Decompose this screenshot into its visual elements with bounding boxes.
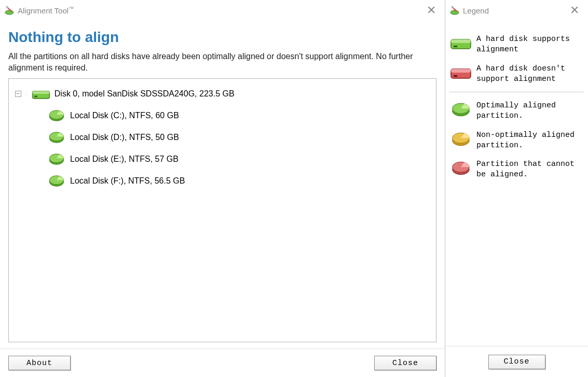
legend-text: A hard disk supports alignment — [476, 33, 584, 55]
collapse-icon[interactable]: − — [15, 91, 21, 97]
legend-window: Legend ✕ A hard disk supports alignment — [445, 0, 588, 377]
page-description: All the partitions on all hard disks hav… — [8, 51, 436, 73]
page-heading: Nothing to align — [8, 29, 436, 46]
close-icon[interactable]: ✕ — [422, 4, 441, 17]
legend-item: Non-optimally aligned partition. — [449, 129, 584, 151]
partition-label: Local Disk (F:), NTFS, 56.5 GB — [70, 176, 185, 186]
main-button-bar: About Close — [0, 348, 445, 377]
svg-rect-17 — [451, 69, 471, 73]
legend-text: A hard disk doesn't support alignment — [476, 63, 584, 85]
alignment-tool-window: Alignment Tool™ ✕ Nothing to align All t… — [0, 0, 445, 377]
app-icon — [449, 5, 460, 16]
partition-row[interactable]: Local Disk (E:), NTFS, 57 GB — [12, 148, 433, 170]
partition-row[interactable]: Local Disk (C:), NTFS, 60 GB — [12, 105, 433, 127]
close-button[interactable]: Close — [374, 356, 436, 370]
disk-green-icon — [449, 33, 472, 53]
svg-point-0 — [5, 10, 13, 15]
partition-label: Local Disk (D:), NTFS, 50 GB — [70, 133, 179, 142]
partition-gold-icon — [449, 129, 472, 149]
partition-red-icon — [449, 158, 472, 178]
disk-row[interactable]: − · Disk 0, model SanDisk SDSSDA240G, 22… — [12, 83, 433, 105]
partition-icon — [47, 107, 66, 124]
main-titlebar: Alignment Tool™ ✕ — [0, 0, 445, 21]
disk-tree: − · Disk 0, model SanDisk SDSSDA240G, 22… — [8, 78, 436, 342]
svg-rect-18 — [454, 75, 457, 77]
legend-button-bar: Close — [445, 346, 588, 377]
tree-branch-icon: · — [25, 91, 28, 97]
legend-titlebar: Legend ✕ — [445, 0, 588, 21]
legend-item: Partition that cannot be aligned. — [449, 158, 584, 180]
legend-text: Optimally aligned partition. — [476, 100, 584, 122]
svg-rect-15 — [454, 46, 457, 47]
close-icon[interactable]: ✕ — [565, 4, 584, 17]
app-icon — [4, 5, 15, 16]
partition-icon — [47, 151, 66, 167]
window-title: Alignment Tool™ — [18, 6, 422, 15]
content-area: Nothing to align All the partitions on a… — [0, 21, 445, 348]
partition-row[interactable]: Local Disk (D:), NTFS, 50 GB — [12, 127, 433, 148]
about-button[interactable]: About — [8, 356, 71, 370]
legend-text: Partition that cannot be aligned. — [476, 158, 584, 180]
disk-icon — [32, 86, 50, 102]
legend-item: A hard disk supports alignment — [449, 33, 584, 55]
legend-item: A hard disk doesn't support alignment — [449, 63, 584, 85]
partition-label: Local Disk (E:), NTFS, 57 GB — [70, 155, 179, 164]
partition-label: Local Disk (C:), NTFS, 60 GB — [70, 111, 179, 120]
svg-rect-2 — [33, 91, 49, 94]
partition-icon — [47, 173, 66, 189]
legend-title: Legend — [463, 6, 565, 15]
svg-rect-14 — [451, 39, 471, 43]
svg-rect-3 — [34, 96, 37, 97]
svg-point-12 — [450, 10, 459, 15]
svg-point-5 — [49, 110, 63, 119]
legend-divider — [449, 92, 584, 92]
legend-close-button[interactable]: Close — [488, 355, 545, 369]
partition-icon — [47, 129, 66, 146]
legend-body: A hard disk supports alignment A hard di… — [445, 21, 588, 346]
legend-text: Non-optimally aligned partition. — [476, 129, 584, 151]
legend-item: Optimally aligned partition. — [449, 100, 584, 122]
partition-row[interactable]: Local Disk (F:), NTFS, 56.5 GB — [12, 170, 433, 192]
partition-green-icon — [449, 100, 472, 119]
disk-label: Disk 0, model SanDisk SDSSDA240G, 223.5 … — [54, 89, 235, 99]
disk-red-icon — [449, 63, 472, 82]
